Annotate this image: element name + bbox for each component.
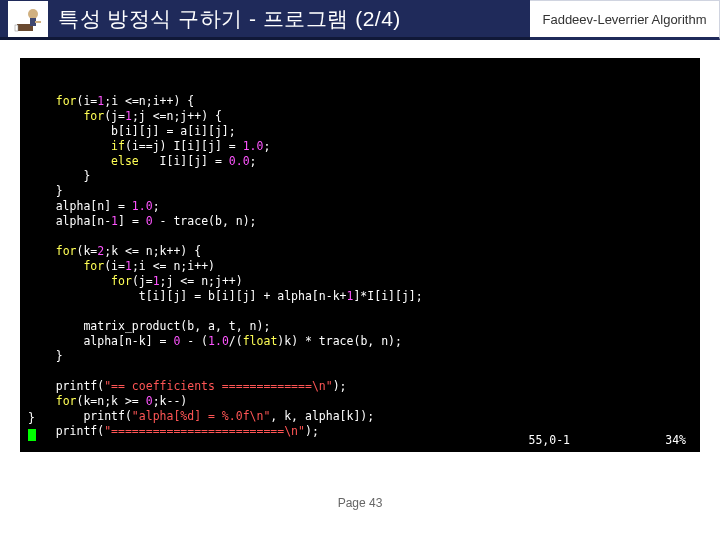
code-line: for(j=1;j <= n;j++) — [28, 274, 692, 289]
code-block: for(i=1;i <=n;i++) { for(j=1;j <=n;j++) … — [20, 58, 700, 452]
svg-rect-4 — [15, 25, 18, 31]
closing-brace: } — [28, 411, 35, 426]
code-line: matrix_product(b, a, t, n); — [28, 319, 692, 334]
page-number: Page 43 — [0, 496, 720, 510]
svg-point-1 — [28, 9, 38, 19]
code-line: for(i=1;i <= n;i++) — [28, 259, 692, 274]
code-line — [28, 364, 692, 379]
code-line: alpha[n-k] = 0 - (1.0/(float)k) * trace(… — [28, 334, 692, 349]
code-line: for(j=1;j <=n;j++) { — [28, 109, 692, 124]
code-line: } — [28, 349, 692, 364]
slide-title: 특성 방정식 구하기 - 프로그램 (2/4) — [58, 5, 401, 33]
code-line: printf("alpha[%d] = %.0f\n", k, alpha[k]… — [28, 409, 692, 424]
code-line: else I[i][j] = 0.0; — [28, 154, 692, 169]
code-line: alpha[n] = 1.0; — [28, 199, 692, 214]
code-line: if(i==j) I[i][j] = 1.0; — [28, 139, 692, 154]
title-bar: 특성 방정식 구하기 - 프로그램 (2/4) — [0, 0, 530, 40]
code-line: b[i][j] = a[i][j]; — [28, 124, 692, 139]
code-line: t[i][j] = b[i][j] + alpha[n-k+1]*I[i][j]… — [28, 289, 692, 304]
status-position: 55,0-1 — [528, 433, 570, 448]
code-line: } — [28, 169, 692, 184]
code-line: printf("== coefficients =============\n"… — [28, 379, 692, 394]
cursor-icon — [28, 429, 36, 441]
svg-rect-3 — [35, 21, 41, 23]
code-line — [28, 229, 692, 244]
code-line: for(k=n;k >= 0;k--) — [28, 394, 692, 409]
code-line: printf("=========================\n"); — [28, 424, 692, 439]
logo-icon — [8, 1, 48, 37]
slide-header: 특성 방정식 구하기 - 프로그램 (2/4) Faddeev-Leverrie… — [0, 0, 720, 52]
code-line: alpha[n-1] = 0 - trace(b, n); — [28, 214, 692, 229]
status-percent: 34% — [665, 433, 686, 448]
code-line: } — [28, 184, 692, 199]
code-line — [28, 304, 692, 319]
code-line: for(i=1;i <=n;i++) { — [28, 94, 692, 109]
code-line: for(k=2;k <= n;k++) { — [28, 244, 692, 259]
algorithm-label: Faddeev-Leverrier Algorithm — [530, 0, 720, 40]
